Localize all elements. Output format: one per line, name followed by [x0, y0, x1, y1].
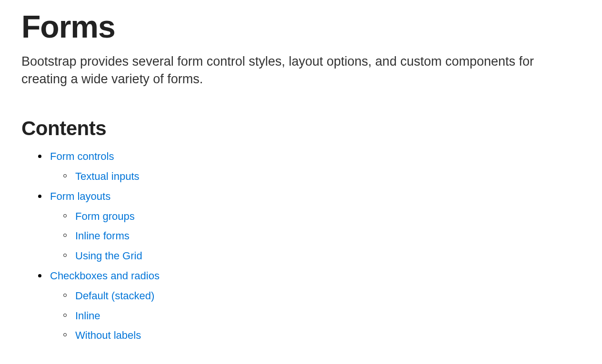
toc-link-textual-inputs[interactable]: Textual inputs: [75, 170, 140, 182]
toc-link-form-groups[interactable]: Form groups: [75, 210, 135, 222]
toc-subitem: Form groups: [63, 207, 581, 226]
page-title: Forms: [21, 10, 581, 44]
table-of-contents: Form controls Textual inputs Form layout…: [21, 147, 581, 345]
contents-heading: Contents: [21, 117, 581, 140]
toc-link-without-labels[interactable]: Without labels: [75, 329, 141, 341]
toc-link-default-stacked[interactable]: Default (stacked): [75, 290, 154, 302]
toc-item: Checkboxes and radios Default (stacked) …: [38, 266, 581, 345]
toc-link-form-layouts[interactable]: Form layouts: [50, 190, 110, 202]
toc-subitem: Inline: [63, 306, 581, 326]
toc-subitem: Using the Grid: [63, 246, 581, 266]
toc-item: Form layouts Form groups Inline forms Us…: [38, 187, 581, 266]
toc-link-inline[interactable]: Inline: [75, 310, 100, 322]
toc-item: Form controls Textual inputs: [38, 147, 581, 187]
toc-link-form-controls[interactable]: Form controls: [50, 150, 114, 162]
toc-link-using-the-grid[interactable]: Using the Grid: [75, 250, 142, 262]
toc-link-checkboxes-and-radios[interactable]: Checkboxes and radios: [50, 270, 160, 282]
lead-paragraph: Bootstrap provides several form control …: [21, 53, 564, 89]
toc-subitem: Default (stacked): [63, 286, 581, 306]
toc-subitem: Inline forms: [63, 226, 581, 246]
toc-subitem: Without labels: [63, 325, 581, 345]
toc-link-inline-forms[interactable]: Inline forms: [75, 230, 130, 242]
toc-subitem: Textual inputs: [63, 167, 581, 187]
